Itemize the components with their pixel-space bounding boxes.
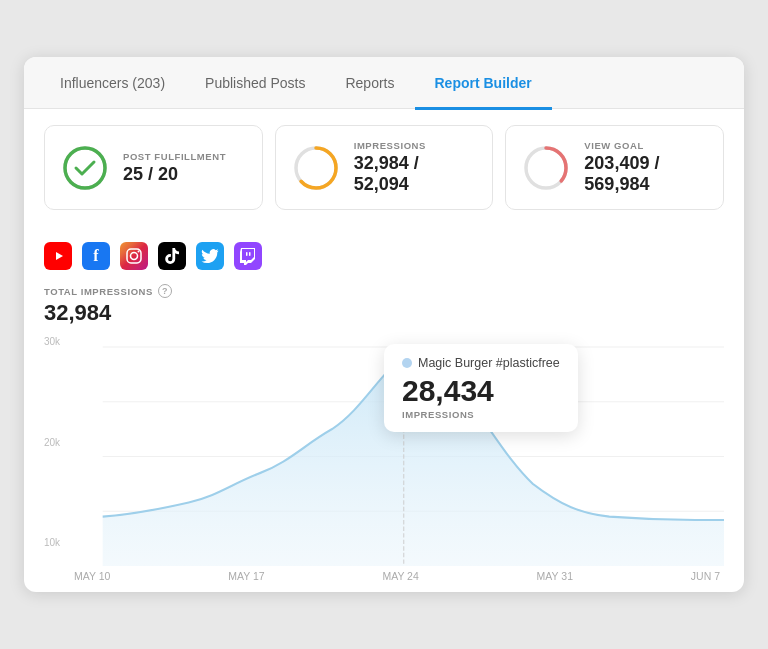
twitter-icon[interactable] xyxy=(196,242,224,270)
instagram-icon[interactable] xyxy=(120,242,148,270)
twitch-icon[interactable] xyxy=(234,242,262,270)
post-fulfillment-label: POST FULFILLMENT xyxy=(123,151,226,162)
view-goal-label: VIEW GOAL xyxy=(584,140,707,151)
metric-view-goal: VIEW GOAL 203,409 / 569,984 xyxy=(505,125,724,210)
post-fulfillment-text: POST FULFILLMENT 25 / 20 xyxy=(123,151,226,185)
tab-report-builder[interactable]: Report Builder xyxy=(415,57,552,110)
impressions-icon xyxy=(292,144,340,192)
impressions-value: 32,984 / 52,094 xyxy=(354,153,477,195)
svg-point-1 xyxy=(65,148,105,188)
impressions-label: IMPRESSIONS xyxy=(354,140,477,151)
svg-point-9 xyxy=(131,253,138,260)
chart-svg xyxy=(44,336,724,566)
chart-area: f xyxy=(24,226,744,592)
tab-published-posts[interactable]: Published Posts xyxy=(185,57,325,110)
tab-bar: Influencers (203) Published Posts Report… xyxy=(24,57,744,110)
svg-point-10 xyxy=(138,251,140,253)
post-fulfillment-value: 25 / 20 xyxy=(123,164,226,185)
svg-rect-12 xyxy=(246,252,248,256)
total-impressions-label: TOTAL IMPRESSIONS ? xyxy=(44,284,724,298)
cursor-dot xyxy=(399,350,409,361)
info-icon[interactable]: ? xyxy=(158,284,172,298)
chart-area-fill xyxy=(103,352,724,566)
tab-reports[interactable]: Reports xyxy=(325,57,414,110)
tiktok-icon[interactable] xyxy=(158,242,186,270)
x-axis-labels: MAY 10 MAY 17 MAY 24 MAY 31 JUN 7 xyxy=(44,566,724,582)
social-icons-bar: f xyxy=(44,242,724,270)
facebook-icon[interactable]: f xyxy=(82,242,110,270)
view-goal-text: VIEW GOAL 203,409 / 569,984 xyxy=(584,140,707,195)
view-goal-icon xyxy=(522,144,570,192)
metric-post-fulfillment: POST FULFILLMENT 25 / 20 xyxy=(44,125,263,210)
view-goal-value: 203,409 / 569,984 xyxy=(584,153,707,195)
metrics-row: POST FULFILLMENT 25 / 20 IMPRESSIONS 32,… xyxy=(24,109,744,226)
youtube-icon[interactable] xyxy=(44,242,72,270)
chart-container: 30k 20k 10k xyxy=(44,336,724,566)
post-fulfillment-icon xyxy=(61,144,109,192)
impressions-text: IMPRESSIONS 32,984 / 52,094 xyxy=(354,140,477,195)
total-impressions-value: 32,984 xyxy=(44,300,724,326)
main-card: Influencers (203) Published Posts Report… xyxy=(24,57,744,593)
tab-influencers[interactable]: Influencers (203) xyxy=(40,57,185,110)
svg-rect-11 xyxy=(249,252,251,256)
metric-impressions: IMPRESSIONS 32,984 / 52,094 xyxy=(275,125,494,210)
